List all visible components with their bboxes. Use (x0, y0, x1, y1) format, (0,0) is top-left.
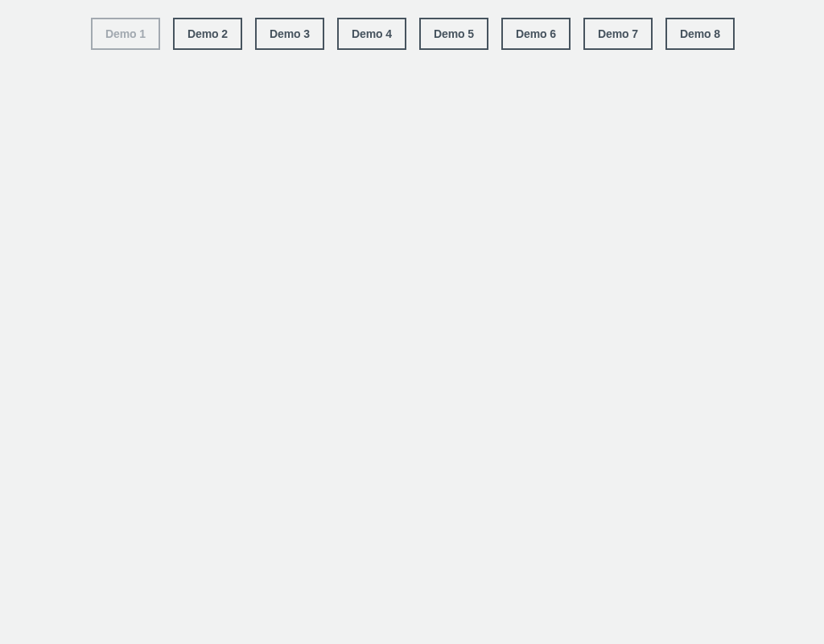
tab-demo-4[interactable]: Demo 4 (337, 18, 406, 50)
tab-bar: Demo 1 Demo 2 Demo 3 Demo 4 Demo 5 Demo … (0, 0, 824, 50)
tab-demo-8[interactable]: Demo 8 (665, 18, 735, 50)
tab-demo-1[interactable]: Demo 1 (91, 18, 160, 50)
tab-demo-2[interactable]: Demo 2 (173, 18, 242, 50)
tab-demo-7[interactable]: Demo 7 (583, 18, 653, 50)
tab-demo-3[interactable]: Demo 3 (255, 18, 324, 50)
tab-demo-6[interactable]: Demo 6 (501, 18, 571, 50)
tab-demo-5[interactable]: Demo 5 (419, 18, 488, 50)
